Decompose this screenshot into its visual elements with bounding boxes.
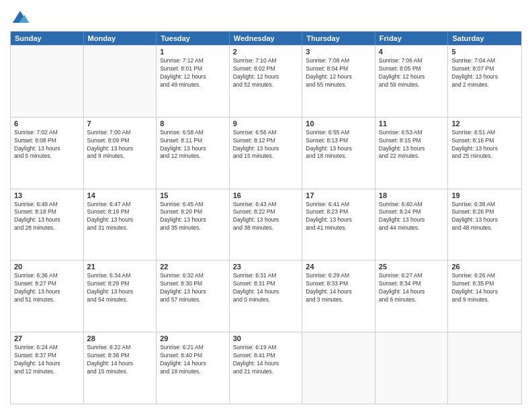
header-day-sunday: Sunday bbox=[11, 32, 84, 45]
day-info: Sunrise: 6:47 AM Sunset: 8:19 PM Dayligh… bbox=[87, 201, 153, 233]
day-number: 7 bbox=[87, 120, 153, 128]
table-row: 13Sunrise: 6:49 AM Sunset: 8:18 PM Dayli… bbox=[11, 189, 84, 261]
table-row bbox=[375, 332, 449, 404]
table-row: 15Sunrise: 6:45 AM Sunset: 8:20 PM Dayli… bbox=[157, 189, 230, 261]
day-info: Sunrise: 6:56 AM Sunset: 8:12 PM Dayligh… bbox=[233, 129, 299, 161]
table-row bbox=[302, 332, 375, 404]
week-row-5: 27Sunrise: 6:24 AM Sunset: 8:37 PM Dayli… bbox=[11, 332, 521, 404]
logo-icon bbox=[10, 7, 30, 27]
day-info: Sunrise: 6:32 AM Sunset: 8:30 PM Dayligh… bbox=[160, 272, 226, 304]
table-row: 10Sunrise: 6:55 AM Sunset: 8:13 PM Dayli… bbox=[302, 118, 375, 189]
day-info: Sunrise: 6:26 AM Sunset: 8:35 PM Dayligh… bbox=[451, 272, 518, 304]
week-row-4: 20Sunrise: 6:36 AM Sunset: 8:27 PM Dayli… bbox=[11, 260, 521, 332]
table-row: 3Sunrise: 7:08 AM Sunset: 8:04 PM Daylig… bbox=[302, 46, 375, 117]
day-number: 24 bbox=[306, 263, 371, 271]
day-info: Sunrise: 6:45 AM Sunset: 8:20 PM Dayligh… bbox=[160, 201, 226, 233]
table-row: 25Sunrise: 6:27 AM Sunset: 8:34 PM Dayli… bbox=[375, 261, 449, 332]
table-row: 17Sunrise: 6:41 AM Sunset: 8:23 PM Dayli… bbox=[302, 189, 375, 261]
day-number: 20 bbox=[14, 263, 80, 271]
day-number: 4 bbox=[379, 48, 445, 56]
day-number: 22 bbox=[160, 263, 226, 271]
day-info: Sunrise: 6:41 AM Sunset: 8:23 PM Dayligh… bbox=[306, 201, 371, 233]
day-number: 14 bbox=[87, 191, 153, 199]
day-number: 23 bbox=[233, 263, 299, 271]
table-row: 16Sunrise: 6:43 AM Sunset: 8:22 PM Dayli… bbox=[230, 189, 303, 261]
day-number: 29 bbox=[160, 334, 226, 342]
header-day-friday: Friday bbox=[375, 32, 449, 45]
day-number: 27 bbox=[14, 334, 80, 342]
day-number: 17 bbox=[306, 191, 371, 199]
day-info: Sunrise: 6:43 AM Sunset: 8:22 PM Dayligh… bbox=[233, 201, 299, 233]
table-row: 8Sunrise: 6:58 AM Sunset: 8:11 PM Daylig… bbox=[157, 118, 230, 189]
table-row: 27Sunrise: 6:24 AM Sunset: 8:37 PM Dayli… bbox=[11, 332, 84, 404]
day-info: Sunrise: 6:51 AM Sunset: 8:16 PM Dayligh… bbox=[451, 129, 518, 161]
day-info: Sunrise: 6:29 AM Sunset: 8:33 PM Dayligh… bbox=[306, 272, 371, 304]
day-info: Sunrise: 7:06 AM Sunset: 8:05 PM Dayligh… bbox=[379, 57, 445, 89]
page: SundayMondayTuesdayWednesdayThursdayFrid… bbox=[0, 0, 532, 411]
table-row: 9Sunrise: 6:56 AM Sunset: 8:12 PM Daylig… bbox=[230, 118, 303, 189]
day-number: 16 bbox=[233, 191, 299, 199]
table-row: 4Sunrise: 7:06 AM Sunset: 8:05 PM Daylig… bbox=[375, 46, 449, 117]
table-row: 23Sunrise: 6:31 AM Sunset: 8:31 PM Dayli… bbox=[230, 261, 303, 332]
table-row: 18Sunrise: 6:40 AM Sunset: 8:24 PM Dayli… bbox=[375, 189, 449, 261]
header-day-saturday: Saturday bbox=[448, 32, 521, 45]
day-info: Sunrise: 6:24 AM Sunset: 8:37 PM Dayligh… bbox=[14, 344, 80, 376]
table-row: 26Sunrise: 6:26 AM Sunset: 8:35 PM Dayli… bbox=[448, 261, 521, 332]
day-info: Sunrise: 6:22 AM Sunset: 8:38 PM Dayligh… bbox=[87, 344, 153, 376]
day-info: Sunrise: 6:34 AM Sunset: 8:29 PM Dayligh… bbox=[87, 272, 153, 304]
day-info: Sunrise: 6:21 AM Sunset: 8:40 PM Dayligh… bbox=[160, 344, 226, 376]
calendar-header: SundayMondayTuesdayWednesdayThursdayFrid… bbox=[11, 32, 521, 45]
day-number: 25 bbox=[379, 263, 445, 271]
day-number: 18 bbox=[379, 191, 445, 199]
table-row bbox=[84, 46, 157, 117]
table-row: 5Sunrise: 7:04 AM Sunset: 8:07 PM Daylig… bbox=[448, 46, 521, 117]
header-day-thursday: Thursday bbox=[302, 32, 375, 45]
day-number: 19 bbox=[451, 191, 518, 199]
table-row: 2Sunrise: 7:10 AM Sunset: 8:02 PM Daylig… bbox=[230, 46, 303, 117]
day-info: Sunrise: 6:19 AM Sunset: 8:41 PM Dayligh… bbox=[233, 344, 299, 376]
week-row-1: 1Sunrise: 7:12 AM Sunset: 8:01 PM Daylig… bbox=[11, 45, 521, 117]
day-info: Sunrise: 6:36 AM Sunset: 8:27 PM Dayligh… bbox=[14, 272, 80, 304]
day-number: 12 bbox=[451, 120, 518, 128]
table-row: 11Sunrise: 6:53 AM Sunset: 8:15 PM Dayli… bbox=[375, 118, 449, 189]
day-number: 11 bbox=[379, 120, 445, 128]
table-row: 1Sunrise: 7:12 AM Sunset: 8:01 PM Daylig… bbox=[157, 46, 230, 117]
day-number: 30 bbox=[233, 334, 299, 342]
day-number: 10 bbox=[306, 120, 371, 128]
day-info: Sunrise: 6:38 AM Sunset: 8:26 PM Dayligh… bbox=[451, 201, 518, 233]
table-row: 24Sunrise: 6:29 AM Sunset: 8:33 PM Dayli… bbox=[302, 261, 375, 332]
day-info: Sunrise: 7:00 AM Sunset: 8:09 PM Dayligh… bbox=[87, 129, 153, 161]
day-info: Sunrise: 7:02 AM Sunset: 8:08 PM Dayligh… bbox=[14, 129, 80, 161]
week-row-3: 13Sunrise: 6:49 AM Sunset: 8:18 PM Dayli… bbox=[11, 189, 521, 261]
day-info: Sunrise: 6:31 AM Sunset: 8:31 PM Dayligh… bbox=[233, 272, 299, 304]
logo bbox=[10, 7, 33, 27]
day-number: 9 bbox=[233, 120, 299, 128]
table-row bbox=[11, 46, 84, 117]
day-number: 21 bbox=[87, 263, 153, 271]
table-row: 14Sunrise: 6:47 AM Sunset: 8:19 PM Dayli… bbox=[84, 189, 157, 261]
table-row: 19Sunrise: 6:38 AM Sunset: 8:26 PM Dayli… bbox=[448, 189, 521, 261]
table-row: 12Sunrise: 6:51 AM Sunset: 8:16 PM Dayli… bbox=[448, 118, 521, 189]
table-row: 22Sunrise: 6:32 AM Sunset: 8:30 PM Dayli… bbox=[157, 261, 230, 332]
day-info: Sunrise: 6:53 AM Sunset: 8:15 PM Dayligh… bbox=[379, 129, 445, 161]
table-row: 30Sunrise: 6:19 AM Sunset: 8:41 PM Dayli… bbox=[230, 332, 303, 404]
calendar: SundayMondayTuesdayWednesdayThursdayFrid… bbox=[10, 31, 522, 404]
table-row: 20Sunrise: 6:36 AM Sunset: 8:27 PM Dayli… bbox=[11, 261, 84, 332]
day-info: Sunrise: 6:58 AM Sunset: 8:11 PM Dayligh… bbox=[160, 129, 226, 161]
day-number: 3 bbox=[306, 48, 371, 56]
table-row: 21Sunrise: 6:34 AM Sunset: 8:29 PM Dayli… bbox=[84, 261, 157, 332]
header bbox=[10, 7, 522, 27]
day-number: 6 bbox=[14, 120, 80, 128]
day-info: Sunrise: 6:40 AM Sunset: 8:24 PM Dayligh… bbox=[379, 201, 445, 233]
header-day-wednesday: Wednesday bbox=[230, 32, 303, 45]
day-number: 1 bbox=[160, 48, 226, 56]
day-number: 2 bbox=[233, 48, 299, 56]
day-number: 13 bbox=[14, 191, 80, 199]
day-info: Sunrise: 6:49 AM Sunset: 8:18 PM Dayligh… bbox=[14, 201, 80, 233]
day-info: Sunrise: 6:55 AM Sunset: 8:13 PM Dayligh… bbox=[306, 129, 371, 161]
header-day-tuesday: Tuesday bbox=[157, 32, 230, 45]
table-row bbox=[448, 332, 521, 404]
day-number: 28 bbox=[87, 334, 153, 342]
day-info: Sunrise: 7:04 AM Sunset: 8:07 PM Dayligh… bbox=[451, 57, 518, 89]
table-row: 29Sunrise: 6:21 AM Sunset: 8:40 PM Dayli… bbox=[157, 332, 230, 404]
